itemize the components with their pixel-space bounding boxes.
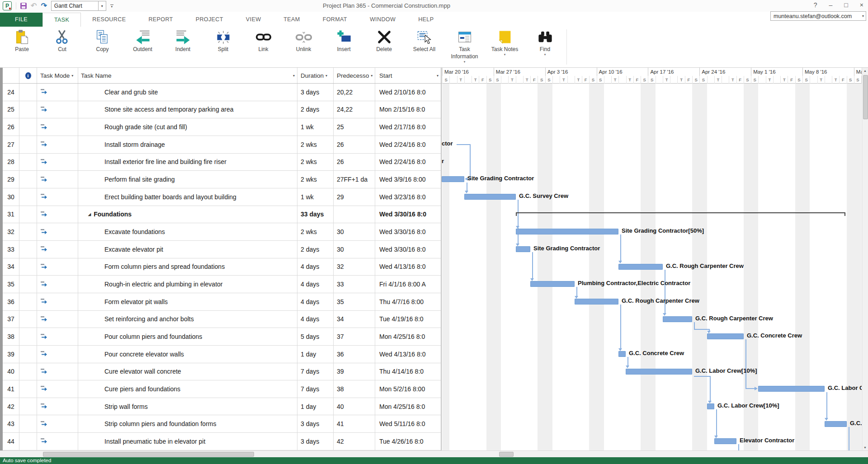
gantt-bar[interactable] bbox=[707, 333, 744, 339]
predecessors-cell[interactable]: 39 bbox=[334, 363, 375, 380]
scroll-down-icon[interactable]: ▼ bbox=[862, 446, 868, 449]
task-name-cell[interactable]: Strip wall forms bbox=[78, 398, 297, 415]
gantt-bar[interactable] bbox=[618, 351, 626, 357]
task-name-cell[interactable]: Install exterior fire line and building … bbox=[78, 154, 297, 171]
duration-cell[interactable]: 3 days bbox=[297, 84, 334, 101]
start-cell[interactable]: Wed 5/11/16 8:0 bbox=[375, 415, 441, 432]
duration-cell[interactable]: 2 wks bbox=[297, 154, 334, 171]
start-cell[interactable]: Wed 2/10/16 8:0 bbox=[375, 84, 441, 101]
duration-cell[interactable]: 2 wks bbox=[297, 171, 334, 188]
task-name-cell[interactable]: Cure elevator wall concrete bbox=[78, 363, 297, 380]
predecessors-header[interactable]: Predecesso▾ bbox=[334, 68, 375, 83]
task-name-cell[interactable]: Rough grade site (cut and fill) bbox=[78, 118, 297, 136]
predecessors-cell[interactable]: 29 bbox=[334, 188, 375, 206]
row-number-cell[interactable]: 32 bbox=[3, 223, 19, 240]
duration-cell[interactable]: 1 day bbox=[297, 398, 334, 415]
task-name-cell[interactable]: Pour concrete elevator walls bbox=[78, 346, 297, 363]
info-cell[interactable] bbox=[19, 293, 37, 310]
table-row[interactable]: 29Perform final site grading2 wks27FF+1 … bbox=[3, 171, 441, 188]
copy-button[interactable]: Copy bbox=[82, 28, 123, 64]
duration-cell[interactable]: 7 days bbox=[297, 380, 334, 398]
table-row[interactable]: 39Pour concrete elevator walls1 day36Wed… bbox=[3, 346, 441, 363]
start-cell[interactable]: Wed 3/30/16 8:0 bbox=[375, 206, 441, 223]
task-information-button[interactable]: TaskInformation▾ bbox=[444, 28, 485, 64]
duration-cell[interactable]: 1 wk bbox=[297, 188, 334, 206]
task-name-cell[interactable]: Set reinforcing and anchor bolts bbox=[78, 311, 297, 328]
cut-button[interactable]: Cut bbox=[42, 28, 82, 64]
row-number-cell[interactable]: 34 bbox=[3, 258, 19, 276]
predecessors-cell[interactable]: 36 bbox=[334, 346, 375, 363]
start-cell[interactable]: Mon 2/15/16 8:0 bbox=[375, 101, 441, 118]
table-row[interactable]: 36Form elevator pit walls4 days35Thu 4/7… bbox=[3, 293, 441, 311]
row-number-cell[interactable]: 38 bbox=[3, 328, 19, 345]
task-name-cell[interactable]: Excavate foundations bbox=[78, 223, 297, 240]
task-mode-cell[interactable] bbox=[37, 398, 78, 415]
tab-team[interactable]: TEAM bbox=[272, 13, 311, 27]
task-mode-cell[interactable] bbox=[37, 380, 78, 398]
start-cell[interactable]: Mon 4/25/16 8:0 bbox=[375, 398, 441, 415]
start-cell[interactable]: Tue 4/19/16 8:0 bbox=[375, 311, 441, 328]
info-cell[interactable] bbox=[19, 346, 37, 363]
row-number-cell[interactable]: 31 bbox=[3, 206, 19, 223]
start-header[interactable]: Start▾ bbox=[375, 68, 441, 83]
predecessors-cell[interactable]: 35 bbox=[334, 293, 375, 310]
start-cell[interactable]: Wed 2/24/16 8:0 bbox=[375, 136, 441, 153]
task-mode-cell[interactable] bbox=[37, 346, 78, 363]
predecessors-cell[interactable]: 24,22 bbox=[334, 101, 375, 118]
table-row[interactable]: 32Excavate foundations2 wks30Wed 3/30/16… bbox=[3, 223, 441, 241]
indent-button[interactable]: Indent bbox=[163, 28, 203, 64]
collapse-triangle-icon[interactable]: ◢ bbox=[88, 212, 91, 216]
table-row[interactable]: 35Rough-in electric and plumbing in elev… bbox=[3, 276, 441, 293]
gantt-bar[interactable] bbox=[707, 403, 714, 409]
task-mode-cell[interactable] bbox=[37, 241, 78, 258]
duration-cell[interactable]: 4 days bbox=[297, 311, 334, 328]
table-row[interactable]: 27Install storm drainage2 wks26Wed 2/24/… bbox=[3, 136, 441, 154]
predecessors-cell[interactable]: 20,22 bbox=[334, 84, 375, 101]
task-name-cell[interactable]: Form elevator pit walls bbox=[78, 293, 297, 310]
row-number-cell[interactable]: 33 bbox=[3, 241, 19, 258]
table-row[interactable]: 43Strip column piers and foundation form… bbox=[3, 415, 441, 433]
task-mode-cell[interactable] bbox=[37, 328, 78, 345]
duration-cell[interactable]: 7 days bbox=[297, 363, 334, 380]
table-row[interactable]: 28Install exterior fire line and buildin… bbox=[3, 154, 441, 171]
start-cell[interactable]: Thu 4/7/16 8:00 bbox=[375, 293, 441, 310]
row-number-cell[interactable]: 36 bbox=[3, 293, 19, 310]
find-button[interactable]: Find▾ bbox=[525, 28, 565, 64]
info-cell[interactable] bbox=[19, 258, 37, 276]
select-all-button[interactable]: Select All bbox=[404, 28, 444, 64]
link-button[interactable]: Link bbox=[243, 28, 283, 64]
account-box[interactable]: munteanu.stefan@outlook.com ▾ bbox=[770, 11, 866, 21]
predecessors-cell[interactable]: 42 bbox=[334, 433, 375, 450]
info-cell[interactable] bbox=[19, 84, 37, 101]
row-number-cell[interactable]: 35 bbox=[3, 276, 19, 293]
tab-help[interactable]: HELP bbox=[407, 13, 445, 27]
info-cell[interactable] bbox=[19, 311, 37, 328]
table-row[interactable]: 24Clear and grub site3 days20,22Wed 2/10… bbox=[3, 84, 441, 101]
table-row[interactable]: 42Strip wall forms1 day40Mon 4/25/16 8:0 bbox=[3, 398, 441, 416]
vertical-scrollbar[interactable]: ▲ ▼ bbox=[862, 68, 868, 450]
predecessors-cell[interactable]: 41 bbox=[334, 415, 375, 432]
predecessors-cell[interactable]: 34 bbox=[334, 311, 375, 328]
start-cell[interactable]: Mon 4/25/16 8:0 bbox=[375, 328, 441, 345]
gantt-bar[interactable] bbox=[575, 299, 618, 305]
scroll-up-icon[interactable]: ▲ bbox=[862, 69, 868, 72]
duration-cell[interactable]: 4 days bbox=[297, 276, 334, 293]
table-row[interactable]: 33Excavate elevator pit2 days30Wed 3/30/… bbox=[3, 241, 441, 258]
task-mode-cell[interactable] bbox=[37, 415, 78, 432]
row-number-cell[interactable]: 37 bbox=[3, 311, 19, 328]
filter-chevron-icon[interactable]: ▾ bbox=[293, 74, 295, 78]
row-number-header[interactable] bbox=[3, 68, 19, 83]
row-number-cell[interactable]: 39 bbox=[3, 346, 19, 363]
gantt-bar[interactable] bbox=[714, 438, 736, 444]
duration-header[interactable]: Duration▾ bbox=[297, 68, 334, 83]
task-name-header[interactable]: Task Name▾ bbox=[78, 68, 297, 83]
start-cell[interactable]: Wed 4/13/16 8:0 bbox=[375, 346, 441, 363]
task-name-cell[interactable]: Stone site access and temporary parking … bbox=[78, 101, 297, 118]
gantt-bar[interactable] bbox=[758, 386, 825, 392]
task-name-cell[interactable]: Rough-in electric and plumbing in elevat… bbox=[78, 276, 297, 293]
start-cell[interactable]: Thu 4/14/16 8:0 bbox=[375, 363, 441, 380]
task-mode-cell[interactable] bbox=[37, 101, 78, 118]
task-name-cell[interactable]: Form column piers and spread foundations bbox=[78, 258, 297, 276]
task-name-cell[interactable]: Erect building batter boards and layout … bbox=[78, 188, 297, 206]
filter-chevron-icon[interactable]: ▾ bbox=[71, 74, 73, 78]
